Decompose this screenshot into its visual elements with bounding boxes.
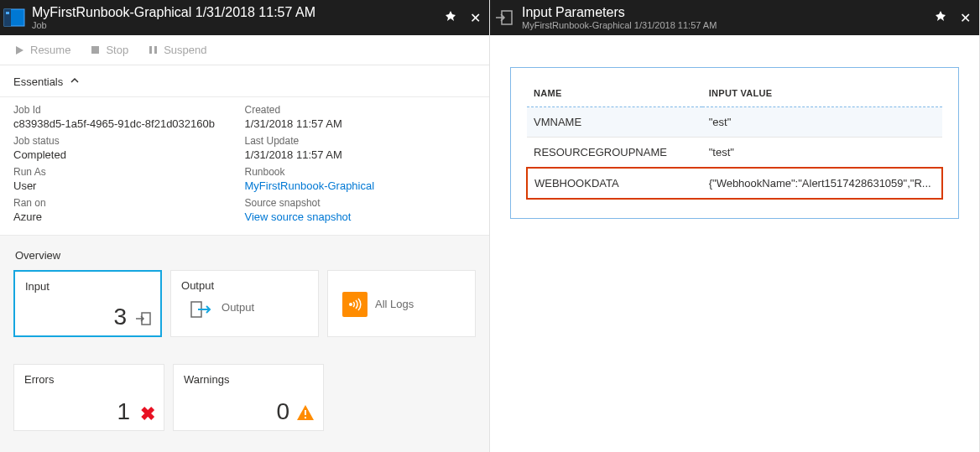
run-as-label: Run As [13, 166, 245, 178]
all-logs-tile[interactable]: All Logs [327, 270, 476, 337]
pause-icon [147, 44, 159, 56]
overview-section: Overview Input 3 Output Output [0, 236, 489, 452]
essentials-label: Essentials [13, 75, 63, 88]
params-body: NAME INPUT VALUE VMNAME "est" RESOURCEGR… [490, 35, 979, 251]
warnings-tile[interactable]: Warnings 0 [173, 364, 324, 431]
input-parameters-blade: Input Parameters MyFirstRunbook-Graphica… [490, 0, 980, 452]
table-row-highlighted[interactable]: WEBHOOKDATA {"WebhookName":"Alert1517428… [527, 168, 942, 199]
run-as-value: User [13, 179, 245, 192]
suspend-button[interactable]: Suspend [147, 44, 206, 56]
params-card: NAME INPUT VALUE VMNAME "est" RESOURCEGR… [510, 67, 959, 219]
param-name: RESOURCEGROUPNAME [527, 138, 702, 169]
ran-on-value: Azure [13, 210, 245, 223]
warnings-tile-label: Warnings [184, 373, 313, 386]
created-value: 1/31/2018 11:57 AM [245, 117, 477, 130]
params-blade-subtitle: MyFirstRunbook-Graphical 1/31/2018 11:57… [522, 20, 935, 30]
svg-rect-10 [305, 417, 306, 418]
param-name: WEBHOOKDATA [527, 168, 702, 199]
warning-triangle-icon [296, 404, 315, 423]
col-name-header: NAME [527, 83, 702, 107]
output-tile-label: Output [181, 279, 308, 292]
suspend-label: Suspend [164, 44, 206, 56]
stop-label: Stop [106, 44, 128, 56]
close-icon[interactable]: ✕ [960, 10, 971, 26]
error-x-icon: ✖ [140, 403, 155, 425]
resume-button[interactable]: Resume [13, 44, 70, 56]
param-name: VMNAME [527, 107, 702, 138]
param-value: "est" [702, 107, 942, 138]
created-label: Created [245, 104, 477, 116]
stop-button[interactable]: Stop [89, 44, 128, 56]
job-id-value: c83938d5-1a5f-4965-91dc-8f21d032160b [13, 117, 245, 130]
job-blade-title: MyFirstRunbook-Graphical 1/31/2018 11:57… [32, 5, 445, 20]
input-tile[interactable]: Input 3 [13, 270, 162, 337]
input-tile-label: Input [25, 280, 150, 293]
job-blade-subtitle: Job [32, 20, 445, 30]
job-icon [0, 0, 29, 35]
svg-rect-5 [154, 46, 157, 54]
errors-tile-value: 1 [117, 398, 130, 425]
stop-icon [89, 44, 101, 56]
params-table: NAME INPUT VALUE VMNAME "est" RESOURCEGR… [526, 83, 943, 200]
last-update-label: Last Update [245, 135, 477, 147]
output-sub-label: Output [222, 301, 254, 314]
resume-label: Resume [30, 44, 70, 56]
job-id-label: Job Id [13, 104, 245, 116]
input-arrow-icon [135, 310, 152, 327]
warnings-tile-value: 0 [276, 398, 289, 425]
last-update-value: 1/31/2018 11:57 AM [245, 148, 477, 161]
logs-icon [342, 292, 368, 317]
close-icon[interactable]: ✕ [470, 10, 481, 26]
essentials-toggle[interactable]: Essentials [0, 65, 489, 97]
pin-icon[interactable] [935, 10, 946, 25]
runbook-label: Runbook [245, 166, 477, 178]
output-arrow-icon [188, 296, 215, 323]
svg-rect-2 [6, 12, 9, 14]
job-blade: MyFirstRunbook-Graphical 1/31/2018 11:57… [0, 0, 490, 452]
col-value-header: INPUT VALUE [702, 83, 942, 107]
svg-rect-9 [305, 410, 306, 415]
essentials-panel: Job Id c83938d5-1a5f-4965-91dc-8f21d0321… [0, 97, 489, 236]
input-tile-value: 3 [113, 304, 127, 330]
snapshot-label: Source snapshot [245, 197, 477, 209]
input-params-icon [490, 0, 519, 35]
all-logs-label: All Logs [375, 298, 414, 310]
param-value: "test" [702, 138, 942, 169]
table-row[interactable]: RESOURCEGROUPNAME "test" [527, 138, 942, 169]
job-status-value: Completed [13, 148, 245, 161]
ran-on-label: Ran on [13, 197, 245, 209]
output-tile[interactable]: Output Output [170, 270, 319, 337]
overview-label: Overview [15, 249, 476, 262]
svg-rect-3 [91, 46, 99, 54]
pin-icon[interactable] [445, 10, 456, 25]
svg-point-8 [349, 303, 352, 306]
job-status-label: Job status [13, 135, 245, 147]
chevron-up-icon [70, 75, 80, 88]
svg-rect-4 [149, 46, 152, 54]
job-toolbar: Resume Stop Suspend [0, 35, 489, 65]
table-row[interactable]: VMNAME "est" [527, 107, 942, 138]
runbook-link[interactable]: MyFirstRunbook-Graphical [245, 179, 477, 192]
params-blade-header: Input Parameters MyFirstRunbook-Graphica… [490, 0, 979, 35]
snapshot-link[interactable]: View source snapshot [245, 210, 477, 223]
param-value: {"WebhookName":"Alert1517428631059","R..… [702, 168, 942, 199]
errors-tile[interactable]: Errors 1 ✖ [13, 364, 164, 431]
params-blade-title: Input Parameters [522, 5, 935, 20]
play-icon [13, 44, 25, 56]
job-blade-header: MyFirstRunbook-Graphical 1/31/2018 11:57… [0, 0, 489, 35]
errors-tile-label: Errors [24, 373, 154, 386]
